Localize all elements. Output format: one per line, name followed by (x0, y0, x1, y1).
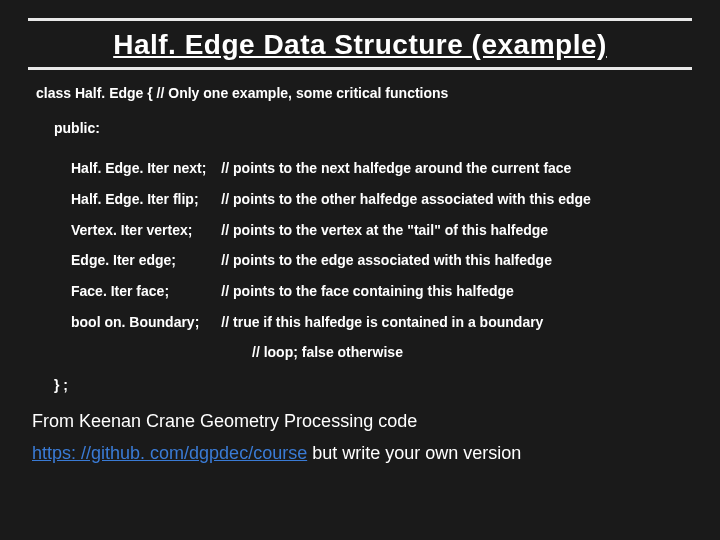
table-row: Half. Edge. Iter next; // points to the … (70, 158, 605, 179)
top-rule (28, 18, 692, 21)
credit-line: From Keenan Crane Geometry Processing co… (32, 409, 688, 433)
table-row: bool on. Boundary; // true if this halfe… (70, 312, 605, 333)
member-comment: // points to the other halfedge associat… (220, 189, 605, 210)
loop-continuation: // loop; false otherwise (252, 343, 688, 362)
table-row: Face. Iter face; // points to the face c… (70, 281, 605, 302)
member-comment: // points to the face containing this ha… (220, 281, 605, 302)
table-row: Half. Edge. Iter flip; // points to the … (70, 189, 605, 210)
link-line: https: //github. com/dgpdec/course but w… (32, 441, 688, 465)
member-comment: // points to the vertex at the "tail" of… (220, 220, 605, 241)
member-decl: Half. Edge. Iter flip; (70, 189, 220, 210)
class-close: } ; (54, 376, 688, 395)
slide-body: class Half. Edge { // Only one example, … (28, 70, 692, 466)
class-declaration: class Half. Edge { // Only one example, … (36, 84, 688, 103)
member-comment: // points to the next halfedge around th… (220, 158, 605, 179)
slide-title: Half. Edge Data Structure (example) (28, 29, 692, 61)
member-decl: Vertex. Iter vertex; (70, 220, 220, 241)
member-decl: Half. Edge. Iter next; (70, 158, 220, 179)
slide: Half. Edge Data Structure (example) clas… (0, 0, 720, 540)
link-tail: but write your own version (307, 443, 521, 463)
public-label: public: (54, 119, 688, 138)
table-row: Vertex. Iter vertex; // points to the ve… (70, 220, 605, 241)
members-table: Half. Edge. Iter next; // points to the … (70, 148, 605, 343)
member-comment: // points to the edge associated with th… (220, 250, 605, 271)
member-comment: // true if this halfedge is contained in… (220, 312, 605, 333)
table-row: Edge. Iter edge; // points to the edge a… (70, 250, 605, 271)
member-decl: Edge. Iter edge; (70, 250, 220, 271)
source-link[interactable]: https: //github. com/dgpdec/course (32, 443, 307, 463)
member-decl: bool on. Boundary; (70, 312, 220, 333)
member-decl: Face. Iter face; (70, 281, 220, 302)
